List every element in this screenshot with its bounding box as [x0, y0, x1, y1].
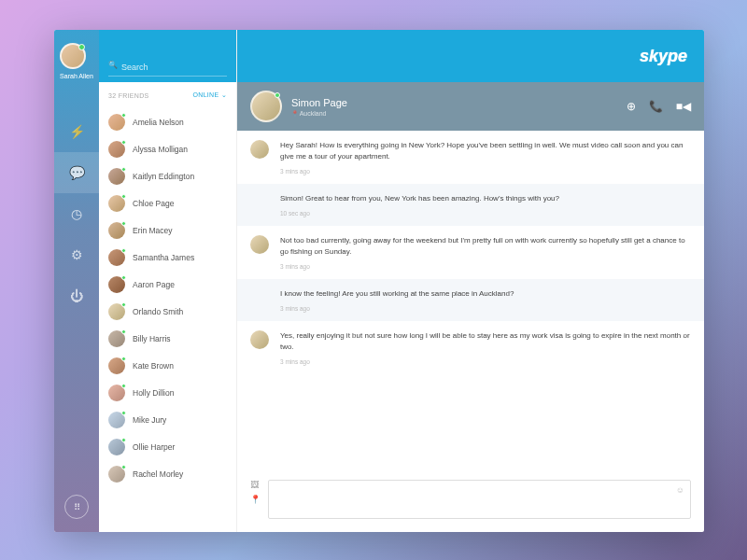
- friend-item[interactable]: Amelia Nelson: [99, 108, 236, 135]
- online-filter[interactable]: ONLINE: [193, 91, 227, 99]
- friend-avatar: [108, 303, 125, 320]
- friend-name: Billy Harris: [133, 334, 171, 343]
- friend-avatar: [108, 141, 125, 158]
- nav-chats[interactable]: 💬: [54, 152, 99, 193]
- friend-avatar: [108, 114, 125, 131]
- message-text: I know the feeling! Are you still workin…: [280, 288, 691, 300]
- friend-status-dot: [121, 329, 126, 334]
- message-outgoing: Simon! Great to hear from you, New York …: [237, 184, 704, 226]
- friend-name: Holly Dillion: [133, 388, 174, 398]
- message-incoming: Not too bad currently, going away for th…: [237, 226, 704, 279]
- user-avatar[interactable]: [60, 43, 86, 69]
- dialpad-icon: ⠿: [74, 502, 80, 512]
- friend-name: Kaitlyn Eddington: [133, 172, 194, 181]
- search-input[interactable]: [108, 59, 227, 77]
- friend-item[interactable]: Mike Jury: [99, 406, 236, 433]
- chat-panel: skype Simon Page Auckland ⊕ 📞 ■◀ Hey Sar…: [237, 30, 704, 532]
- friend-item[interactable]: Holly Dillion: [99, 379, 236, 406]
- contacts-panel: 🔍 32 FRIENDS ONLINE Amelia NelsonAlyssa …: [99, 30, 237, 532]
- friend-name: Samantha James: [133, 253, 194, 262]
- friend-item[interactable]: Chloe Page: [99, 189, 236, 217]
- friend-item[interactable]: Alyssa Molligan: [99, 135, 236, 162]
- friend-status-dot: [121, 411, 126, 415]
- friend-status-dot: [121, 194, 126, 199]
- emoji-icon[interactable]: ☺: [676, 485, 684, 495]
- message-incoming: Hey Sarah! How is everything going in Ne…: [237, 131, 704, 184]
- friend-avatar: [108, 330, 125, 347]
- messages-list: Hey Sarah! How is everything going in Ne…: [237, 131, 704, 472]
- friend-item[interactable]: Kate Brown: [99, 352, 236, 379]
- friend-name: Aaron Page: [133, 280, 175, 289]
- message-avatar: [250, 140, 269, 159]
- friend-item[interactable]: Aaron Page: [99, 271, 236, 298]
- friend-name: Mike Jury: [133, 415, 166, 425]
- friend-status-dot: [121, 167, 126, 172]
- friend-avatar: [108, 222, 125, 239]
- friend-name: Rachel Morley: [133, 469, 183, 479]
- message-avatar: [250, 235, 269, 254]
- message-text: Hey Sarah! How is everything going in Ne…: [280, 140, 691, 162]
- friend-status-dot: [121, 302, 126, 307]
- nav-settings[interactable]: ⚙: [54, 234, 99, 275]
- message-time: 3 mins ago: [280, 263, 691, 270]
- friend-name: Ollie Harper: [133, 442, 175, 452]
- app-window: Sarah Allen ⚡ 💬 ◷ ⚙ ⏻ ⠿ 🔍 32 FRIENDS ONL…: [54, 30, 704, 532]
- contact-info: Simon Page Auckland: [291, 97, 627, 117]
- nav-activity[interactable]: ⚡: [54, 111, 99, 152]
- contact-location: Auckland: [291, 110, 627, 117]
- contact-header: Simon Page Auckland ⊕ 📞 ■◀: [237, 82, 704, 131]
- image-attach-icon[interactable]: 🖼: [250, 480, 261, 489]
- friend-status-dot: [121, 275, 126, 280]
- dialpad-button[interactable]: ⠿: [64, 495, 89, 519]
- search-bar: 🔍: [99, 30, 236, 82]
- user-name: Sarah Allen: [60, 73, 93, 79]
- nav-power[interactable]: ⏻: [54, 275, 99, 316]
- video-call-button[interactable]: ■◀: [676, 100, 691, 113]
- friend-status-dot: [121, 357, 126, 361]
- brand-header: skype: [237, 30, 704, 82]
- message-avatar: [250, 330, 269, 349]
- nav-items: ⚡ 💬 ◷ ⚙ ⏻: [54, 92, 99, 495]
- skype-logo: skype: [640, 47, 687, 66]
- friend-name: Alyssa Molligan: [133, 145, 188, 154]
- chat-icon: 💬: [69, 165, 84, 180]
- add-user-button[interactable]: ⊕: [627, 100, 636, 113]
- user-status-dot: [78, 44, 85, 50]
- message-text: Simon! Great to hear from you, New York …: [280, 193, 691, 204]
- friend-item[interactable]: Orlando Smith: [99, 298, 236, 325]
- friend-avatar: [108, 439, 125, 455]
- friend-status-dot: [121, 465, 126, 469]
- profile-block[interactable]: Sarah Allen: [60, 39, 93, 92]
- friend-status-dot: [121, 384, 126, 388]
- message-text: Yes, really enjoying it but not sure how…: [280, 330, 691, 353]
- friend-avatar: [108, 195, 125, 212]
- message-time: 10 sec ago: [280, 210, 691, 217]
- power-icon: ⏻: [69, 288, 84, 303]
- header-actions: ⊕ 📞 ■◀: [627, 100, 691, 113]
- call-button[interactable]: 📞: [649, 100, 663, 113]
- friend-status-dot: [121, 221, 126, 226]
- compose-input[interactable]: ☺: [268, 480, 691, 519]
- message-time: 3 mins ago: [280, 168, 691, 175]
- friend-item[interactable]: Erin Macey: [99, 217, 236, 244]
- contact-name: Simon Page: [291, 97, 627, 108]
- compose-attachments: 🖼 📍: [250, 480, 261, 504]
- friend-item[interactable]: Rachel Morley: [99, 460, 236, 487]
- nav-footer: ⠿: [64, 495, 89, 532]
- clock-icon: ◷: [69, 206, 84, 221]
- friend-status-dot: [121, 140, 126, 145]
- friend-item[interactable]: Ollie Harper: [99, 433, 236, 460]
- friend-status-dot: [121, 113, 126, 118]
- location-attach-icon[interactable]: 📍: [250, 495, 261, 504]
- friend-avatar: [108, 249, 125, 266]
- nav-recent[interactable]: ◷: [54, 193, 99, 234]
- friend-avatar: [108, 412, 125, 428]
- friend-item[interactable]: Samantha James: [99, 244, 236, 271]
- friend-item[interactable]: Billy Harris: [99, 325, 236, 352]
- friend-avatar: [108, 168, 125, 185]
- search-icon: 🔍: [108, 61, 118, 69]
- gear-icon: ⚙: [69, 247, 84, 262]
- friends-count: 32 FRIENDS: [108, 92, 148, 99]
- friend-item[interactable]: Kaitlyn Eddington: [99, 162, 236, 189]
- contact-avatar[interactable]: [250, 91, 282, 122]
